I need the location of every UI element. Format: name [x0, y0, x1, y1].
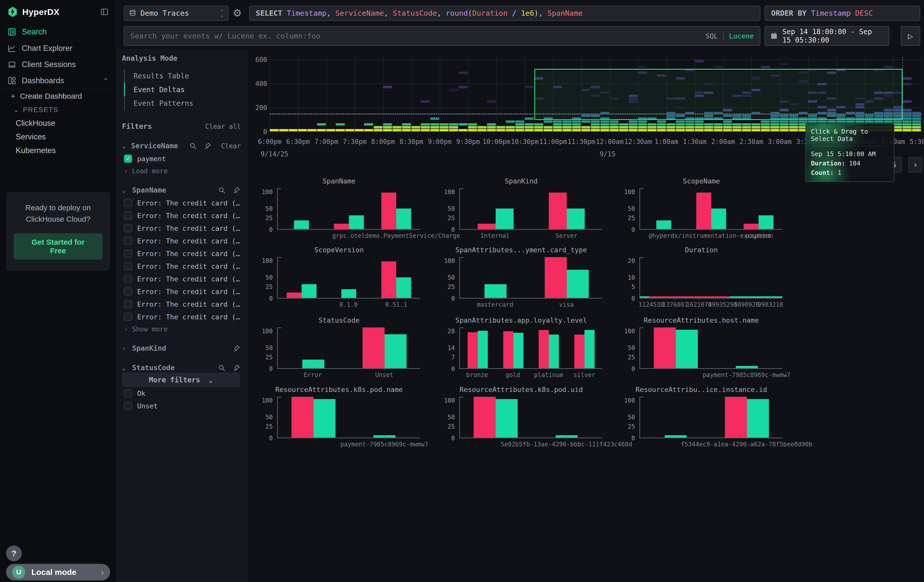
checkbox-unchecked[interactable]: [124, 237, 132, 245]
magnifier-icon[interactable]: [218, 186, 226, 194]
preset-item-kubernetes[interactable]: Kubernetes: [0, 144, 116, 157]
inlier-bar[interactable]: [478, 331, 488, 368]
checkbox-unchecked[interactable]: [124, 313, 132, 321]
outlier-bar[interactable]: [539, 330, 549, 368]
inlier-bar[interactable]: [341, 289, 356, 298]
sidebar-collapse-icon[interactable]: [100, 8, 109, 16]
inlier-bar[interactable]: [584, 330, 595, 368]
filter-option[interactable]: Error: The credit card (…: [122, 313, 241, 321]
checkbox-unchecked[interactable]: [124, 262, 132, 270]
outlier-bar[interactable]: [696, 193, 711, 229]
checkbox-unchecked[interactable]: [124, 249, 132, 257]
filter-option[interactable]: Error: The credit card (…: [122, 224, 241, 232]
inlier-bar[interactable]: [349, 215, 364, 229]
outlier-bar[interactable]: [292, 397, 314, 437]
inlier-bar[interactable]: [711, 208, 726, 229]
get-started-button[interactable]: Get Started for Free: [14, 233, 102, 260]
outlier-bar[interactable]: [334, 224, 349, 229]
delta-chart-resourceattribu-ice-instance-id[interactable]: ResourceAttribu..ice.instance.id02550100…: [620, 386, 782, 449]
user-menu[interactable]: U Local mode ›: [6, 564, 110, 580]
delta-chart-spanattributes-yment-card-type[interactable]: SpanAttributes...yment.card_type02550100…: [440, 246, 602, 310]
checkbox-unchecked[interactable]: [124, 287, 132, 295]
pin-icon[interactable]: [233, 186, 241, 194]
sql-select-input[interactable]: SELECT Timestamp, ServiceName, StatusCod…: [249, 6, 760, 21]
delta-chart-spankind[interactable]: SpanKind02550100InternalServer: [440, 177, 602, 241]
more-filters-button[interactable]: More filters ⌄: [122, 373, 240, 387]
inlier-bar[interactable]: [485, 284, 507, 298]
inlier-bar[interactable]: [676, 330, 698, 368]
delta-chart-duration[interactable]: Duration05102011245381376801162107019935…: [620, 246, 782, 310]
help-button[interactable]: ?: [6, 546, 22, 561]
inlier-bar[interactable]: [294, 220, 309, 229]
settings-gear-icon[interactable]: ⚙: [233, 7, 242, 19]
filter-option[interactable]: Error: The credit card (…: [122, 211, 241, 220]
inlier-bar[interactable]: [747, 399, 769, 437]
filter-option[interactable]: Error: The credit card (…: [122, 237, 241, 245]
filter-option[interactable]: Ok: [122, 389, 241, 397]
show-more-button[interactable]: ›Show more: [122, 325, 241, 333]
lucene-mode-toggle[interactable]: Lucene: [729, 32, 754, 40]
delta-chart-resourceattributes-k8s-pod-name[interactable]: ResourceAttributes.k8s.pod.name02550100p…: [258, 386, 420, 449]
magnifier-icon[interactable]: [218, 364, 226, 372]
outlier-bar[interactable]: [545, 257, 567, 298]
filter-option[interactable]: Error: The credit card (…: [122, 275, 241, 283]
outlier-bar[interactable]: [725, 397, 747, 437]
run-query-button[interactable]: ▷: [901, 26, 920, 46]
filter-option[interactable]: Error: The credit card (…: [122, 300, 241, 308]
pin-icon[interactable]: [233, 364, 241, 372]
checkbox-checked[interactable]: ✓: [124, 155, 132, 163]
checkbox-unchecked[interactable]: [124, 402, 132, 410]
inlier-bar[interactable]: [513, 333, 523, 368]
outlier-bar[interactable]: [381, 193, 396, 229]
checkbox-unchecked[interactable]: [124, 224, 132, 232]
load-more-button[interactable]: ›Load more: [122, 167, 241, 175]
filter-option[interactable]: Error: The credit card (…: [122, 199, 241, 207]
outlier-bar[interactable]: [574, 335, 584, 368]
preset-item-clickhouse[interactable]: ClickHouse: [0, 116, 116, 130]
data-source-select[interactable]: Demo Traces ⌃⌄: [124, 6, 228, 21]
analysis-mode-event-deltas[interactable]: Event Deltas: [124, 83, 241, 96]
inlier-bar[interactable]: [302, 359, 324, 368]
checkbox-unchecked[interactable]: [124, 389, 132, 397]
filter-section-statuscode[interactable]: ⌄StatusCode: [122, 364, 241, 372]
pagination-next-button[interactable]: ›: [908, 157, 922, 173]
pin-icon[interactable]: [233, 345, 241, 352]
inlier-bar[interactable]: [396, 208, 411, 229]
inlier-bar[interactable]: [314, 399, 335, 437]
inlier-bar[interactable]: [384, 334, 407, 368]
preset-item-services[interactable]: Services: [0, 130, 116, 144]
outlier-bar[interactable]: [744, 224, 759, 229]
sidebar-item-dashboards[interactable]: Dashboards⌃: [0, 73, 116, 89]
outlier-bar[interactable]: [287, 292, 302, 298]
search-input[interactable]: [130, 31, 705, 40]
sidebar-item-client-sessions[interactable]: Client Sessions: [0, 56, 116, 73]
filter-section-spanname[interactable]: ⌄SpanName: [122, 186, 241, 195]
checkbox-unchecked[interactable]: [124, 300, 132, 308]
inlier-bar[interactable]: [759, 215, 774, 229]
outlier-bar[interactable]: [478, 224, 496, 229]
outlier-bar[interactable]: [549, 193, 567, 229]
delta-chart-spanattributes-app-loyalty-level[interactable]: SpanAttributes.app.loyalty.level071428br…: [440, 316, 602, 380]
selection-rectangle[interactable]: [535, 69, 903, 120]
outlier-bar[interactable]: [381, 261, 396, 298]
filter-option[interactable]: ✓payment: [122, 155, 241, 163]
presets-toggle[interactable]: ⌄PRESETS: [0, 103, 116, 116]
sql-mode-toggle[interactable]: SQL: [705, 32, 718, 40]
delta-chart-statuscode[interactable]: StatusCode02550100ErrorUnset: [258, 316, 420, 380]
filter-option[interactable]: Error: The credit card (…: [122, 249, 241, 257]
outlier-bar[interactable]: [468, 332, 478, 368]
analysis-mode-results-table[interactable]: Results Table: [124, 69, 241, 83]
delta-chart-spanname[interactable]: SpanName02550100grpc.oteldemo.PaymentSer…: [258, 177, 420, 241]
inlier-bar[interactable]: [665, 435, 687, 437]
filter-section-servicename[interactable]: ⌄ServiceNameClear: [122, 142, 241, 150]
inlier-bar[interactable]: [549, 335, 559, 368]
date-range-picker[interactable]: Sep 14 18:00:00 - Sep 15 05:30:00: [765, 26, 889, 46]
filter-section-spankind[interactable]: ›SpanKind: [122, 344, 241, 353]
inlier-bar[interactable]: [396, 277, 411, 298]
inlier-bar[interactable]: [302, 284, 317, 298]
outlier-bar[interactable]: [363, 327, 384, 368]
inlier-bar[interactable]: [567, 208, 585, 229]
delta-chart-resourceattributes-host-name[interactable]: ResourceAttributes.host.name02550100paym…: [620, 316, 782, 380]
delta-chart-resourceattributes-k8s-pod-uid[interactable]: ResourceAttributes.k8s.pod.uid025501005e…: [440, 386, 602, 449]
analysis-mode-event-patterns[interactable]: Event Patterns: [124, 96, 241, 110]
